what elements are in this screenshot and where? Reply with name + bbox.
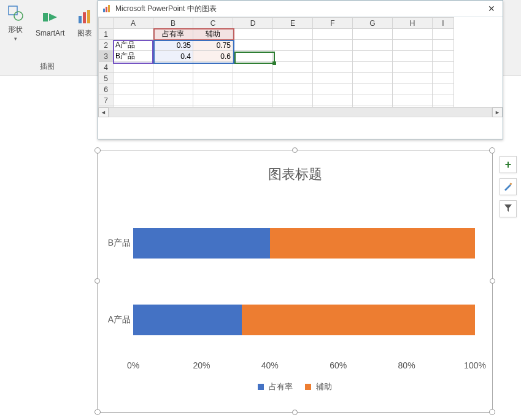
cell-E2[interactable] bbox=[273, 40, 313, 51]
plot-area[interactable]: B产品 A产品 bbox=[133, 204, 475, 358]
resize-handle-tr[interactable] bbox=[489, 147, 495, 154]
row-header-5[interactable]: 5 bbox=[99, 73, 114, 84]
cell-A3[interactable]: B产品 bbox=[114, 51, 153, 62]
scroll-track[interactable] bbox=[109, 107, 492, 117]
cell-G4[interactable] bbox=[353, 62, 393, 73]
bar-b-occ[interactable] bbox=[133, 228, 270, 259]
cell-A7[interactable] bbox=[114, 95, 153, 106]
cell-B7[interactable] bbox=[153, 95, 193, 106]
col-header-G[interactable]: G bbox=[353, 18, 393, 29]
resize-handle-t[interactable] bbox=[292, 147, 298, 153]
window-titlebar[interactable]: Microsoft PowerPoint 中的图表 ✕ bbox=[98, 1, 503, 17]
cell-G6[interactable] bbox=[353, 84, 393, 95]
cell-F3[interactable] bbox=[313, 51, 353, 62]
cell-I2[interactable] bbox=[433, 40, 454, 51]
cell-D2[interactable] bbox=[233, 40, 273, 51]
cell-G2[interactable] bbox=[353, 40, 393, 51]
cell-A5[interactable] bbox=[114, 73, 153, 84]
cell-B6[interactable] bbox=[153, 84, 193, 95]
bar-b-aux[interactable] bbox=[270, 228, 475, 259]
cell-H1[interactable] bbox=[393, 29, 433, 40]
row-header-3[interactable]: 3 bbox=[99, 51, 114, 62]
spreadsheet[interactable]: A B C D E F G H I 1 占有率 辅助 bbox=[98, 17, 503, 117]
cell-I4[interactable] bbox=[433, 62, 454, 73]
cell-G7[interactable] bbox=[353, 95, 393, 106]
chart-area[interactable]: 图表标题 B产品 A产品 0% 20% 40% 60% 80% 100% bbox=[102, 155, 487, 407]
cell-C2[interactable]: 0.75 bbox=[193, 40, 233, 51]
col-header-I[interactable]: I bbox=[433, 18, 454, 29]
cell-F7[interactable] bbox=[313, 95, 353, 106]
chart-legend[interactable]: 占有率 辅助 bbox=[102, 381, 487, 392]
cell-D7[interactable] bbox=[233, 95, 273, 106]
resize-handle-r[interactable] bbox=[490, 278, 495, 284]
row-header-1[interactable]: 1 bbox=[99, 29, 114, 40]
cell-F5[interactable] bbox=[313, 73, 353, 84]
horizontal-scrollbar[interactable]: ◄ ► bbox=[98, 107, 503, 117]
cell-C6[interactable] bbox=[193, 84, 233, 95]
cell-D6[interactable] bbox=[233, 84, 273, 95]
window-close-button[interactable]: ✕ bbox=[484, 3, 499, 14]
col-header-D[interactable]: D bbox=[233, 18, 273, 29]
cell-C7[interactable] bbox=[193, 95, 233, 106]
range-resize-handle[interactable] bbox=[272, 61, 276, 65]
cell-E5[interactable] bbox=[273, 73, 313, 84]
cell-H3[interactable] bbox=[393, 51, 433, 62]
row-header-6[interactable]: 6 bbox=[99, 84, 114, 95]
cell-G5[interactable] bbox=[353, 73, 393, 84]
chart-object[interactable]: 图表标题 B产品 A产品 0% 20% 40% 60% 80% 100% bbox=[97, 150, 493, 413]
cell-C1[interactable]: 辅助 bbox=[193, 29, 233, 40]
row-header-2[interactable]: 2 bbox=[99, 40, 114, 51]
row-header-7[interactable]: 7 bbox=[99, 95, 114, 106]
cell-B5[interactable] bbox=[153, 73, 193, 84]
cell-H5[interactable] bbox=[393, 73, 433, 84]
cell-C4[interactable] bbox=[193, 62, 233, 73]
cell-C3[interactable]: 0.6 bbox=[193, 51, 233, 62]
cell-F1[interactable] bbox=[313, 29, 353, 40]
cell-E7[interactable] bbox=[273, 95, 313, 106]
cell-E3[interactable] bbox=[273, 51, 313, 62]
cell-E1[interactable] bbox=[273, 29, 313, 40]
shapes-button[interactable]: 形状 ▾ bbox=[0, 0, 31, 43]
resize-handle-bl[interactable] bbox=[95, 409, 101, 415]
cell-G3[interactable] bbox=[353, 51, 393, 62]
chart-button[interactable]: 图表 bbox=[69, 0, 100, 43]
cell-A1[interactable] bbox=[114, 29, 153, 40]
cell-D5[interactable] bbox=[233, 73, 273, 84]
select-all-corner[interactable] bbox=[99, 18, 114, 29]
resize-handle-tl[interactable] bbox=[95, 147, 101, 154]
chart-title[interactable]: 图表标题 bbox=[102, 165, 487, 184]
col-header-H[interactable]: H bbox=[393, 18, 433, 29]
col-header-C[interactable]: C bbox=[193, 18, 233, 29]
cell-I7[interactable] bbox=[433, 95, 454, 106]
cell-I6[interactable] bbox=[433, 84, 454, 95]
cell-B3[interactable]: 0.4 bbox=[153, 51, 193, 62]
chart-filter-button[interactable] bbox=[500, 200, 517, 217]
col-header-F[interactable]: F bbox=[313, 18, 353, 29]
cell-A6[interactable] bbox=[114, 84, 153, 95]
cell-H7[interactable] bbox=[393, 95, 433, 106]
cell-F4[interactable] bbox=[313, 62, 353, 73]
cell-C5[interactable] bbox=[193, 73, 233, 84]
cell-D1[interactable] bbox=[233, 29, 273, 40]
cell-F6[interactable] bbox=[313, 84, 353, 95]
cell-F2[interactable] bbox=[313, 40, 353, 51]
chart-styles-button[interactable] bbox=[500, 178, 517, 195]
cell-D3[interactable] bbox=[233, 51, 273, 62]
cell-I1[interactable] bbox=[433, 29, 454, 40]
col-header-E[interactable]: E bbox=[273, 18, 313, 29]
scroll-right-button[interactable]: ► bbox=[492, 107, 503, 117]
cell-I5[interactable] bbox=[433, 73, 454, 84]
cell-H6[interactable] bbox=[393, 84, 433, 95]
cell-E4[interactable] bbox=[273, 62, 313, 73]
cell-I3[interactable] bbox=[433, 51, 454, 62]
col-header-B[interactable]: B bbox=[153, 18, 193, 29]
bar-a-occ[interactable] bbox=[133, 305, 242, 335]
cell-H4[interactable] bbox=[393, 62, 433, 73]
cell-E6[interactable] bbox=[273, 84, 313, 95]
scroll-left-button[interactable]: ◄ bbox=[98, 107, 109, 117]
row-header-4[interactable]: 4 bbox=[99, 62, 114, 73]
col-header-A[interactable]: A bbox=[114, 18, 153, 29]
resize-handle-l[interactable] bbox=[95, 278, 100, 284]
cell-B4[interactable] bbox=[153, 62, 193, 73]
smartart-button[interactable]: SmartArt bbox=[31, 0, 69, 43]
